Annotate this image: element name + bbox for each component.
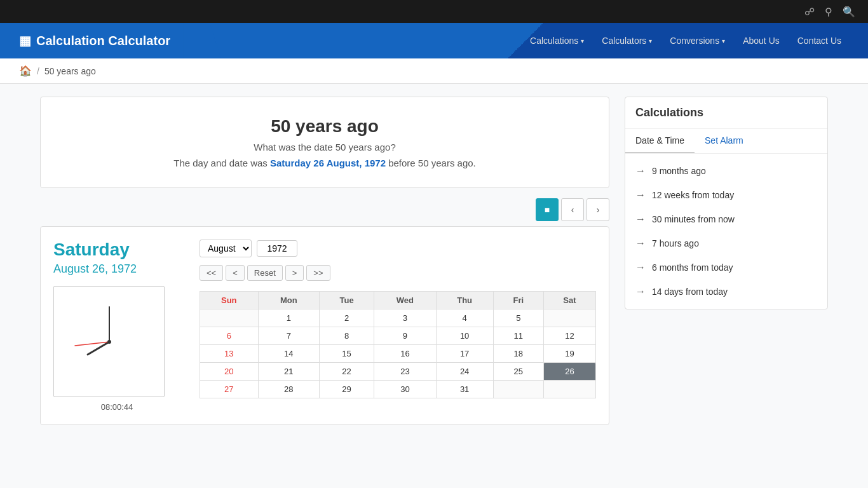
breadcrumb: 🏠 / 50 years ago xyxy=(19,65,849,77)
calendar-cell[interactable]: 22 xyxy=(319,363,374,381)
center-dot xyxy=(107,340,111,344)
sidebar-link-6-months[interactable]: → 6 months from today xyxy=(625,255,827,280)
table-row: 20 21 22 23 24 25 26 xyxy=(200,363,596,381)
result-link[interactable]: Saturday 26 August, 1972 xyxy=(270,158,386,168)
prev-button[interactable]: ‹ xyxy=(561,198,584,221)
clock-face xyxy=(62,294,157,390)
table-row: 13 14 15 16 17 18 19 xyxy=(200,345,596,363)
sidebar-link-label: 9 months ago xyxy=(652,166,706,176)
calendar-cell[interactable]: 19 xyxy=(543,345,595,363)
sidebar-link-label: 6 months from today xyxy=(652,262,733,273)
month-select[interactable]: August xyxy=(200,240,252,257)
calendar-cell[interactable]: 30 xyxy=(374,381,436,398)
calendar-cell[interactable]: 8 xyxy=(319,327,374,345)
calendar-cell xyxy=(200,309,259,327)
tab-date-time[interactable]: Date & Time xyxy=(625,129,695,153)
sidebar-link-7-hours[interactable]: → 7 hours ago xyxy=(625,231,827,255)
prev-nav-button[interactable]: < xyxy=(226,265,245,281)
calendar-cell[interactable]: 15 xyxy=(319,345,374,363)
nav-calculations[interactable]: Calculations ▾ xyxy=(522,30,592,51)
calendar-cell-selected[interactable]: 26 xyxy=(543,363,595,381)
sidebar-link-14-days[interactable]: → 14 days from today xyxy=(625,280,827,304)
main-container: 50 years ago What was the date 50 years … xyxy=(21,84,847,438)
calendar-cell[interactable]: 17 xyxy=(436,345,493,363)
calendar-cell-sunday[interactable]: 13 xyxy=(200,345,259,363)
arrow-icon: → xyxy=(635,262,646,273)
calendar-cell[interactable]: 16 xyxy=(374,345,436,363)
nav-calculators[interactable]: Calculators ▾ xyxy=(594,30,660,51)
calendar-right: August << < Reset > >> Sun Mon xyxy=(200,240,596,398)
calendar-cell[interactable]: 3 xyxy=(374,309,436,327)
calendar-cell[interactable]: 29 xyxy=(319,381,374,398)
col-header-wed: Wed xyxy=(374,292,436,309)
calendar-cell[interactable]: 5 xyxy=(493,309,543,327)
chevron-down-icon: ▾ xyxy=(581,37,584,44)
full-date: August 26, 1972 xyxy=(53,262,180,276)
col-header-mon: Mon xyxy=(258,292,319,309)
col-header-fri: Fri xyxy=(493,292,543,309)
next-button[interactable]: › xyxy=(587,198,609,221)
calendar-nav: August xyxy=(200,240,596,257)
sidebar-link-30-minutes[interactable]: → 30 minutes from now xyxy=(625,207,827,231)
sidebar-link-9-months-ago[interactable]: → 9 months ago xyxy=(625,159,827,183)
nav-conversions[interactable]: Conversions ▾ xyxy=(662,30,733,51)
nav-contact[interactable]: Contact Us xyxy=(790,30,849,51)
table-row: 27 28 29 30 31 xyxy=(200,381,596,398)
user-icon[interactable]: ☍ xyxy=(804,6,815,18)
tab-set-alarm[interactable]: Set Alarm xyxy=(695,129,754,153)
sidebar-card: Calculations Date & Time Set Alarm → 9 m… xyxy=(625,97,828,309)
calendar-cell[interactable]: 9 xyxy=(374,327,436,345)
sidebar-link-12-weeks[interactable]: → 12 weeks from today xyxy=(625,183,827,207)
main-title: 50 years ago xyxy=(53,116,596,137)
calendar-card: Saturday August 26, 1972 xyxy=(40,226,609,425)
calendar-cell[interactable]: 23 xyxy=(374,363,436,381)
calendar-cell[interactable]: 2 xyxy=(319,309,374,327)
calendar-cell-sunday[interactable]: 20 xyxy=(200,363,259,381)
arrow-icon: → xyxy=(635,238,646,249)
breadcrumb-home[interactable]: 🏠 xyxy=(19,65,32,77)
location-icon[interactable]: ⚲ xyxy=(825,6,832,18)
brand-link[interactable]: ▦ Calculation Calculator xyxy=(19,33,170,48)
result-prefix: The day and date was xyxy=(173,158,270,168)
calendar-grid: Sun Mon Tue Wed Thu Fri Sat 1 xyxy=(200,291,596,398)
sidebar: Calculations Date & Time Set Alarm → 9 m… xyxy=(625,97,828,425)
main-subtitle: What was the date 50 years ago? xyxy=(53,142,596,152)
sidebar-link-label: 12 weeks from today xyxy=(652,190,734,200)
calendar-cell[interactable]: 4 xyxy=(436,309,493,327)
stop-button[interactable]: ■ xyxy=(536,198,559,221)
breadcrumb-bar: 🏠 / 50 years ago xyxy=(0,58,868,84)
reset-nav-button[interactable]: Reset xyxy=(247,265,283,281)
nav-about[interactable]: About Us xyxy=(735,30,787,51)
arrow-icon: → xyxy=(635,165,646,177)
calendar-nav-buttons: << < Reset > >> xyxy=(200,265,596,281)
col-header-tue: Tue xyxy=(319,292,374,309)
calendar-cell[interactable]: 1 xyxy=(258,309,319,327)
calendar-cell[interactable]: 28 xyxy=(258,381,319,398)
last-nav-button[interactable]: >> xyxy=(306,265,330,281)
brand-icon: ▦ xyxy=(19,33,31,48)
calendar-cell[interactable]: 7 xyxy=(258,327,319,345)
calendar-cell[interactable]: 31 xyxy=(436,381,493,398)
controls-bar: ■ ‹ › xyxy=(40,198,609,221)
chevron-down-icon: ▾ xyxy=(649,37,652,44)
search-icon[interactable]: 🔍 xyxy=(843,6,855,18)
calendar-cell[interactable]: 11 xyxy=(493,327,543,345)
content-area: 50 years ago What was the date 50 years … xyxy=(40,97,609,425)
calendar-cell[interactable]: 24 xyxy=(436,363,493,381)
calendar-cell[interactable]: 14 xyxy=(258,345,319,363)
clock-container xyxy=(53,286,165,397)
main-nav: Calculations ▾ Calculators ▾ Conversions… xyxy=(522,30,849,51)
calendar-cell[interactable]: 12 xyxy=(543,327,595,345)
first-nav-button[interactable]: << xyxy=(200,265,223,281)
calendar-cell[interactable]: 25 xyxy=(493,363,543,381)
calendar-cell[interactable]: 10 xyxy=(436,327,493,345)
next-nav-button[interactable]: > xyxy=(285,265,304,281)
calendar-cell-sunday[interactable]: 6 xyxy=(200,327,259,345)
sidebar-link-label: 7 hours ago xyxy=(652,238,699,248)
calendar-cell[interactable]: 18 xyxy=(493,345,543,363)
calendar-cell-sunday[interactable]: 27 xyxy=(200,381,259,398)
calendar-cell xyxy=(493,381,543,398)
topbar: ☍ ⚲ 🔍 xyxy=(0,0,868,23)
year-input[interactable] xyxy=(257,240,297,257)
calendar-cell[interactable]: 21 xyxy=(258,363,319,381)
